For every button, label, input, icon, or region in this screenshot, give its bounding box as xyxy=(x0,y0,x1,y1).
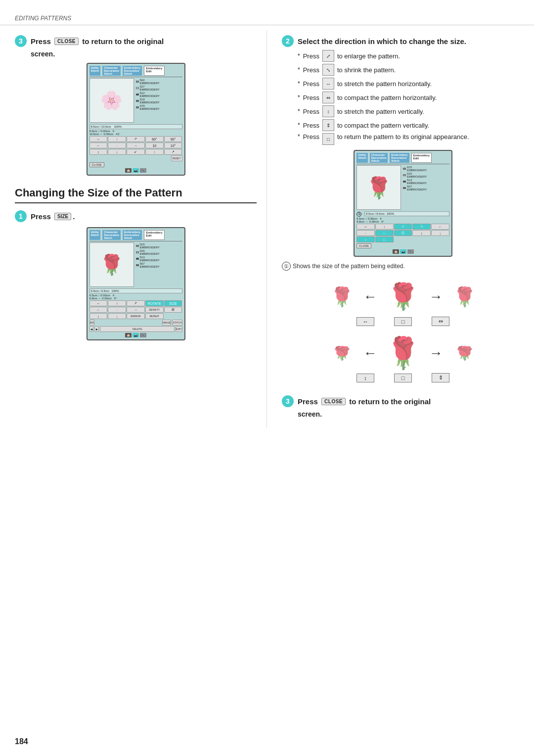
ctrl3-square[interactable]: □ xyxy=(375,236,394,242)
page-number: 184 xyxy=(15,737,28,746)
ctrl2-left[interactable]: ← xyxy=(89,307,108,313)
step1-circle: 1 xyxy=(15,210,27,222)
screen-top-bar-3: UtilityStitch CharacterDecorativeStitch … xyxy=(356,153,449,164)
screen-mockup-3: UtilityStitch CharacterDecorativeStitch … xyxy=(354,150,452,257)
tab-embroidery-deco[interactable]: EmbroideryDecorativeStitch xyxy=(123,66,142,76)
compact-h-icon-btn[interactable]: ⇔ xyxy=(322,92,334,103)
tab2-embroidery-edit[interactable]: EmbroideryEdit xyxy=(144,230,164,240)
ctrl2-repeat[interactable]: REPEAT xyxy=(145,313,164,319)
ctrl2-300[interactable]: 300 xyxy=(89,320,94,326)
ctrl2-delete[interactable]: DELETE xyxy=(100,326,175,332)
ctrl2-image[interactable]: IMAGE xyxy=(162,320,171,326)
diagram-row-1-btns: ↔ □ ⇔ xyxy=(356,317,449,326)
screen-main-area-3: 🌹 015EMBROIDERY 016EMBROIDERY 513EMBROID… xyxy=(356,165,449,210)
shrink-icon-btn[interactable]: ⤡ xyxy=(322,64,334,76)
tab2-embroidery-deco[interactable]: EmbroideryDecorativeStitch xyxy=(123,230,142,240)
ctrl-up[interactable]: ↑ xyxy=(108,136,126,142)
close-btn-screen-1[interactable]: CLOSE xyxy=(89,162,104,167)
step2-title: Select the direction in which to change … xyxy=(298,37,466,46)
ctrl-flip-v[interactable]: ↕ xyxy=(89,149,108,155)
ctrl2-dot[interactable]: · xyxy=(108,307,126,313)
btn-stretch-v-diagram[interactable]: ↕ xyxy=(356,374,374,382)
step3-right-body: screen. xyxy=(298,410,524,418)
screen-sidebar-3: 015EMBROIDERY 016EMBROIDERY 513EMBROIDER… xyxy=(403,165,449,210)
tab3-character[interactable]: CharacterDecorativeStitch xyxy=(370,153,388,163)
ctrl2-flip-v[interactable]: ↕ xyxy=(89,313,108,319)
stretch-h-icon-btn[interactable]: ↔ xyxy=(322,78,334,90)
tab2-character[interactable]: CharacterDecorativeStitch xyxy=(102,230,121,240)
ctrl2-up[interactable]: ↑ xyxy=(108,300,126,306)
ctrl-rotate-l[interactable]: ↙ xyxy=(127,149,145,155)
ctrl2-down[interactable]: ↓ xyxy=(108,313,126,319)
ctrl3-stretch-h[interactable]: ↔ xyxy=(375,230,394,236)
ctrl-t2[interactable]: ↗ xyxy=(164,149,182,155)
ctrl3-5[interactable]: ↕ xyxy=(412,230,431,236)
ctrl-90b[interactable]: 90° xyxy=(164,136,182,142)
close-btn-screen-3[interactable]: CLOSE xyxy=(356,243,371,248)
ctrl2-right[interactable]: → xyxy=(127,307,145,313)
tab3-embroidery-edit[interactable]: EmbroideryEdit xyxy=(411,153,432,163)
ctrl-down[interactable]: ↓ xyxy=(108,149,126,155)
step1-period: . xyxy=(73,212,75,221)
ctrl2-flip-h[interactable]: ↔ xyxy=(89,300,108,306)
reset-icon-btn[interactable]: □ xyxy=(322,133,334,145)
ctrl2-rotate[interactable]: ↗ xyxy=(127,300,145,306)
screen-bot-icons-1: 🏠 📷 🔊 xyxy=(89,168,182,173)
ctrl2-prev[interactable]: ◄ xyxy=(89,326,94,332)
ctrl-left[interactable]: ← xyxy=(89,142,108,148)
ctrl-rotate-r[interactable]: ↗ xyxy=(127,136,145,142)
bullet-compact-v: * Press ⇕ to compact the pattern vertica… xyxy=(298,119,524,131)
ctrl2-size-teal[interactable]: SIZE xyxy=(164,300,182,306)
ctrl3-enlarge[interactable]: ⤢ xyxy=(394,224,412,230)
ctrl-90[interactable]: 90° xyxy=(145,136,164,142)
tab2-utility[interactable]: UtilityStitch xyxy=(89,230,101,240)
diagram-flower-large: 🌹 xyxy=(387,282,419,312)
ctrl3-2[interactable]: ↑ xyxy=(375,224,394,230)
size-button[interactable]: SIZE xyxy=(54,213,71,220)
ctrl-10b[interactable]: 10° xyxy=(164,142,182,148)
section-title: Changing the Size of the Pattern xyxy=(15,183,257,203)
close-button-left[interactable]: CLOSE xyxy=(54,38,79,45)
tab3-embroidery-deco[interactable]: EmbroideryDecorativeStitch xyxy=(390,153,409,163)
tab-embroidery-edit[interactable]: EmbroideryEdit xyxy=(144,66,164,76)
ctrl2-edit[interactable]: EDIT xyxy=(176,326,182,332)
ctrl3-4[interactable]: · xyxy=(356,230,375,236)
enlarge-icon-btn[interactable]: ⤢ xyxy=(322,50,334,62)
stretch-v-icon-btn[interactable]: ↕ xyxy=(322,105,334,117)
tab-character[interactable]: CharacterDecorativeStitch xyxy=(102,66,121,76)
ctrl2-mirror[interactable]: MIRROR xyxy=(127,313,145,319)
reset-text: to return the pattern to its original ap… xyxy=(337,133,469,141)
ctrl-dot[interactable]: · xyxy=(108,142,126,148)
ctrl-right[interactable]: → xyxy=(127,142,145,148)
ctrl3-compact-h[interactable]: ⊡ xyxy=(394,230,412,236)
btn-compact-v-diagram[interactable]: ⇕ xyxy=(432,373,449,382)
ctrl2-align[interactable]: ⊞ xyxy=(164,307,182,313)
tab3-utility[interactable]: UtilityStitch xyxy=(356,153,368,163)
tab-utility[interactable]: UtilityStitch xyxy=(89,66,101,76)
ctrl3-3[interactable]: ← xyxy=(431,224,449,230)
step3-right-screen-text: screen. xyxy=(298,410,322,418)
btn-stretch-h-diagram[interactable]: ↔ xyxy=(356,317,374,326)
ctrl3-6[interactable]: ↓ xyxy=(431,230,449,236)
header-label: EDITING PATTERNS xyxy=(0,10,534,25)
bullet-stretch-v: * Press ↕ to stretch the pattern vertica… xyxy=(298,105,524,117)
ctrl-flip-h[interactable]: ↔ xyxy=(89,136,108,142)
ctrl2-density[interactable]: DENSITY xyxy=(145,307,164,313)
arrow-right-2: → xyxy=(429,345,443,361)
compact-v-icon-btn[interactable]: ⇕ xyxy=(322,119,334,131)
ctrl3-1[interactable]: ↔ xyxy=(356,224,375,230)
ctrl2-rotate-teal[interactable]: ROTATE xyxy=(145,300,164,306)
screen-sidebar-2: 015EMBROIDERY 016EMBROIDERY 513EMBROIDER… xyxy=(136,242,182,287)
ctrl3-shrink[interactable]: ⤡ xyxy=(412,224,431,230)
ctrl2-stitch[interactable]: STITCH xyxy=(172,320,182,326)
ctrl-t1[interactable]: ↑ xyxy=(145,149,164,155)
btn-compact-h-diagram[interactable]: ⇔ xyxy=(432,317,449,326)
ctrl2-next[interactable]: ► xyxy=(94,326,99,332)
screen-bottom-3: ① 8.5cm / 8.0cm100% 9.5cm ↕ 0.00cm 49.8c… xyxy=(356,211,449,254)
close-button-right[interactable]: CLOSE xyxy=(321,398,346,405)
btn-square2-diagram[interactable]: □ xyxy=(394,374,412,382)
btn-square-diagram[interactable]: □ xyxy=(394,317,412,326)
ctrl3-stretch-v[interactable]: ↕ xyxy=(356,236,375,242)
ctrl-reset[interactable]: RESET xyxy=(171,155,182,161)
ctrl-10[interactable]: 10 xyxy=(145,142,164,148)
